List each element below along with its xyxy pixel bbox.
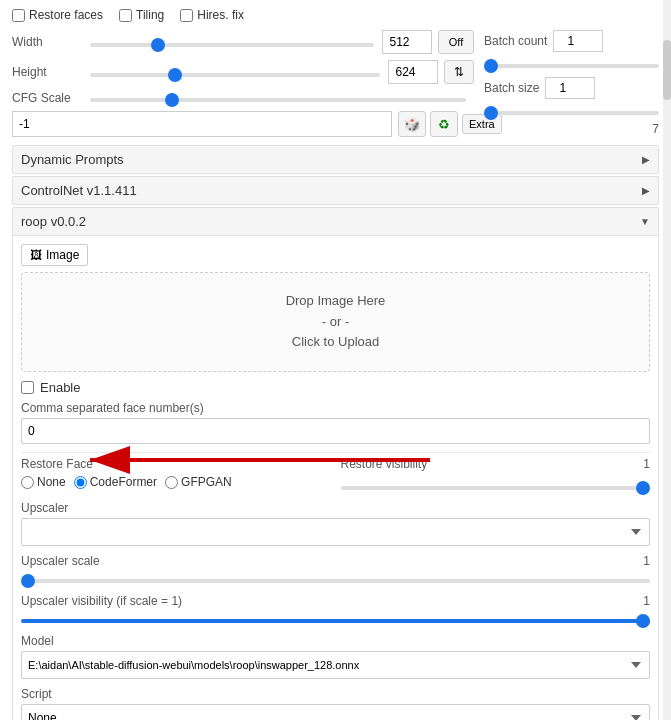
upscaler-scale-value: 1 [643, 554, 650, 568]
checkboxes-row: Restore faces Tiling Hires. fix [12, 8, 659, 22]
roop-header[interactable]: roop v0.0.2 ▼ [12, 207, 659, 236]
batch-count-row: Batch count [484, 30, 659, 52]
batch-size-value[interactable] [545, 77, 595, 99]
restore-codeformer-input[interactable] [74, 476, 87, 489]
cfg-display-value: 7 [484, 122, 659, 136]
batch-count-slider[interactable] [484, 64, 659, 68]
drop-zone[interactable]: Drop Image Here - or - Click to Upload [21, 272, 650, 372]
height-slider-container [90, 65, 380, 80]
seed-input[interactable] [12, 111, 392, 137]
upscaler-visibility-group: Upscaler visibility (if scale = 1) 1 [21, 594, 650, 626]
dynamic-prompts-arrow: ▶ [642, 154, 650, 165]
restore-face-left: Restore Face None CodeFormer GFPGAN [21, 457, 331, 489]
drop-zone-line1: Drop Image Here [286, 291, 386, 312]
tiling-checkbox[interactable]: Tiling [119, 8, 164, 22]
hires-fix-checkbox[interactable]: Hires. fix [180, 8, 244, 22]
upscaler-scale-slider[interactable] [21, 579, 650, 583]
image-tab-row: 🖼 Image [21, 244, 650, 266]
batch-size-slider[interactable] [484, 111, 659, 115]
restore-faces-label: Restore faces [29, 8, 103, 22]
roop-section: roop v0.0.2 ▼ 🖼 Image D [12, 207, 659, 720]
height-value[interactable] [388, 60, 438, 84]
script-section: Script None [21, 687, 650, 720]
restore-gfpgan-radio[interactable]: GFPGAN [165, 475, 232, 489]
drop-zone-text: Drop Image Here - or - Click to Upload [286, 291, 386, 353]
recycle-icon: ♻ [438, 117, 450, 132]
enable-checkbox[interactable] [21, 381, 34, 394]
restore-face-row: Restore Face None CodeFormer GFPGAN [21, 457, 650, 493]
enable-label: Enable [40, 380, 80, 395]
visibility-slider-container [341, 478, 651, 493]
height-row: Height ⇅ [12, 60, 474, 84]
scrollbar[interactable] [663, 0, 671, 720]
cfg-scale-slider[interactable] [90, 98, 466, 102]
upscaler-label: Upscaler [21, 501, 650, 515]
restore-none-radio[interactable]: None [21, 475, 66, 489]
restore-visibility-value: 1 [643, 457, 650, 471]
batch-size-row: Batch size [484, 77, 659, 99]
off-button[interactable]: Off [438, 30, 474, 54]
dynamic-prompts-title: Dynamic Prompts [21, 152, 124, 167]
model-label: Model [21, 634, 650, 648]
upscaler-visibility-value: 1 [643, 594, 650, 608]
restore-visibility-slider[interactable] [341, 486, 651, 490]
drop-zone-line2: - or - [286, 312, 386, 333]
width-slider[interactable] [90, 43, 374, 47]
restore-faces-checkbox[interactable]: Restore faces [12, 8, 103, 22]
model-section: Model E:\aidan\AI\stable-diffusion-webui… [21, 634, 650, 679]
batch-count-value[interactable] [553, 30, 603, 52]
upscaler-scale-group: Upscaler scale 1 [21, 554, 650, 586]
top-section: Width Off Height ⇅ CFG Scale [12, 30, 659, 105]
controlnet-arrow: ▶ [642, 185, 650, 196]
hires-fix-input[interactable] [180, 9, 193, 22]
upscaler-section: Upscaler [21, 501, 650, 546]
restore-gfpgan-label: GFPGAN [181, 475, 232, 489]
restore-faces-input[interactable] [12, 9, 25, 22]
roop-title: roop v0.0.2 [21, 214, 86, 229]
tiling-input[interactable] [119, 9, 132, 22]
script-select[interactable]: None [21, 704, 650, 720]
dice-icon: 🎲 [404, 117, 420, 132]
batch-size-label: Batch size [484, 81, 539, 95]
image-tab-icon: 🖼 [30, 248, 42, 262]
restore-none-label: None [37, 475, 66, 489]
upscaler-scale-label: Upscaler scale [21, 554, 100, 568]
face-numbers-group: Comma separated face number(s) [21, 401, 650, 444]
cfg-scale-slider-container [90, 90, 466, 105]
restore-face-right: Restore visibility 1 [341, 457, 651, 493]
face-numbers-input[interactable] [21, 418, 650, 444]
model-select[interactable]: E:\aidan\AI\stable-diffusion-webui\model… [21, 651, 650, 679]
image-tab-button[interactable]: 🖼 Image [21, 244, 88, 266]
dynamic-prompts-header[interactable]: Dynamic Prompts ▶ [12, 145, 659, 174]
cfg-scale-label: CFG Scale [12, 91, 82, 105]
swap-button[interactable]: ⇅ [444, 60, 474, 84]
cfg-scale-row: CFG Scale [12, 90, 474, 105]
scrollbar-thumb[interactable] [663, 40, 671, 100]
tiling-label: Tiling [136, 8, 164, 22]
width-label: Width [12, 35, 82, 49]
image-tab-label: Image [46, 248, 79, 262]
hires-fix-label: Hires. fix [197, 8, 244, 22]
upscaler-visibility-slider[interactable] [21, 619, 650, 623]
restore-codeformer-radio[interactable]: CodeFormer [74, 475, 157, 489]
swap-icon: ⇅ [454, 65, 464, 79]
roop-arrow: ▼ [640, 216, 650, 227]
width-value[interactable] [382, 30, 432, 54]
height-label: Height [12, 65, 82, 79]
batch-count-label: Batch count [484, 34, 547, 48]
restore-none-input[interactable] [21, 476, 34, 489]
face-numbers-label: Comma separated face number(s) [21, 401, 650, 415]
restore-visibility-label: Restore visibility [341, 457, 428, 471]
recycle-icon-button[interactable]: ♻ [430, 111, 458, 137]
controlnet-header[interactable]: ControlNet v1.1.411 ▶ [12, 176, 659, 205]
restore-face-label: Restore Face [21, 457, 331, 471]
dice-icon-button[interactable]: 🎲 [398, 111, 426, 137]
height-slider[interactable] [90, 73, 380, 77]
restore-codeformer-label: CodeFormer [90, 475, 157, 489]
upscaler-visibility-label: Upscaler visibility (if scale = 1) [21, 594, 182, 608]
drop-zone-line3: Click to Upload [286, 332, 386, 353]
upscaler-select[interactable] [21, 518, 650, 546]
restore-face-radios: None CodeFormer GFPGAN [21, 475, 331, 489]
restore-gfpgan-input[interactable] [165, 476, 178, 489]
controlnet-title: ControlNet v1.1.411 [21, 183, 137, 198]
